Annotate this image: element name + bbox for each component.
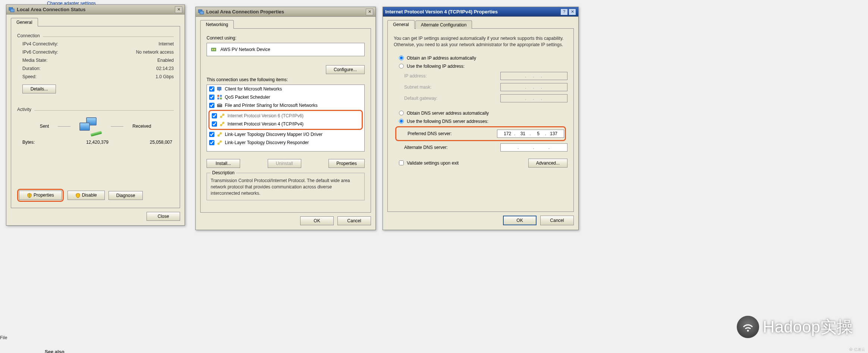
radio-use-dns[interactable]: Use the following DNS server addresses: bbox=[394, 117, 567, 125]
svg-rect-12 bbox=[220, 98, 222, 99]
tab-general[interactable]: General bbox=[387, 20, 415, 29]
protocol-icon bbox=[219, 121, 225, 127]
status-title: Local Area Connection Status bbox=[17, 7, 175, 12]
radio-use-ip[interactable]: Use the following IP address: bbox=[394, 62, 567, 70]
svg-rect-14 bbox=[218, 103, 221, 105]
svg-point-27 bbox=[747, 330, 749, 332]
radio-label: Obtain an IP address automatically bbox=[407, 55, 476, 61]
svg-line-20 bbox=[221, 123, 223, 125]
item-checkbox[interactable] bbox=[212, 113, 217, 118]
ip-seg[interactable] bbox=[501, 131, 514, 136]
install-button[interactable]: Install... bbox=[207, 159, 240, 168]
list-item[interactable]: Client for Microsoft Networks bbox=[207, 85, 364, 93]
subnet-mask-input: . . . bbox=[500, 83, 567, 91]
diagnose-button[interactable]: Diagnose bbox=[108, 191, 143, 200]
see-also-label: See also bbox=[45, 349, 65, 353]
list-item[interactable]: Link-Layer Topology Discovery Responder bbox=[207, 139, 364, 147]
ip-seg[interactable] bbox=[550, 145, 564, 150]
media-state-value: Enabled bbox=[157, 58, 174, 63]
media-state-label: Media State: bbox=[22, 58, 157, 63]
tab-networking[interactable]: Networking bbox=[200, 20, 234, 29]
list-item[interactable]: Link-Layer Topology Discovery Mapper I/O… bbox=[207, 130, 364, 139]
properties-button[interactable]: Properties bbox=[19, 191, 62, 200]
sep-line-icon bbox=[58, 126, 70, 127]
radio-label: Use the following IP address: bbox=[407, 64, 465, 69]
item-properties-button[interactable]: Properties bbox=[328, 159, 365, 168]
duration-label: Duration: bbox=[22, 66, 156, 71]
connect-using-label: Connect using: bbox=[207, 35, 365, 41]
tab-general[interactable]: General bbox=[11, 18, 38, 26]
ip-seg[interactable] bbox=[516, 131, 529, 136]
radio-input[interactable] bbox=[399, 55, 404, 60]
ipv6-conn-value: No network access bbox=[136, 50, 174, 55]
ipv4-titlebar[interactable]: Internet Protocol Version 4 (TCP/IPv4) P… bbox=[383, 7, 578, 17]
list-item[interactable]: Internet Protocol Version 6 (TCP/IPv6) bbox=[210, 112, 362, 120]
ip-seg[interactable] bbox=[535, 145, 548, 150]
radio-obtain-ip-auto[interactable]: Obtain an IP address automatically bbox=[394, 54, 567, 62]
item-checkbox[interactable] bbox=[209, 132, 214, 137]
shield-icon bbox=[27, 193, 32, 198]
advanced-button[interactable]: Advanced... bbox=[528, 159, 567, 168]
close-icon[interactable]: ✕ bbox=[569, 9, 576, 15]
item-label: Link-Layer Topology Discovery Responder bbox=[225, 140, 309, 145]
radio-input[interactable] bbox=[399, 119, 404, 124]
cancel-button[interactable]: Cancel bbox=[540, 216, 574, 225]
activity-group-label: Activity bbox=[17, 107, 31, 112]
radio-input[interactable] bbox=[399, 111, 404, 115]
radio-input[interactable] bbox=[399, 64, 404, 69]
radio-obtain-dns-auto[interactable]: Obtain DNS server address automatically bbox=[394, 109, 567, 117]
svg-rect-5 bbox=[212, 49, 213, 50]
tab-alternate-config[interactable]: Alternate Configuration bbox=[415, 20, 472, 29]
ok-button[interactable]: OK bbox=[300, 216, 334, 225]
properties-titlebar[interactable]: Local Area Connection Properties ✕ bbox=[196, 7, 375, 17]
adapter-icon bbox=[211, 46, 217, 53]
checkbox-input[interactable] bbox=[399, 160, 404, 165]
details-button[interactable]: Details... bbox=[22, 85, 56, 93]
ok-button[interactable]: OK bbox=[503, 216, 537, 225]
watermark-text: Hadoop实操 bbox=[763, 316, 853, 338]
list-item[interactable]: QoS Packet Scheduler bbox=[207, 93, 364, 101]
speed-value: 1.0 Gbps bbox=[155, 74, 174, 79]
ipv4-conn-label: IPv4 Connectivity: bbox=[22, 41, 158, 47]
corner-logo: ⦿ 亿速云 bbox=[849, 347, 865, 352]
alternate-dns-input[interactable]: . . . bbox=[500, 143, 567, 152]
radio-label: Use the following DNS server addresses: bbox=[407, 119, 488, 124]
disable-button[interactable]: Disable bbox=[67, 191, 105, 200]
close-icon[interactable]: ✕ bbox=[175, 6, 182, 13]
close-button[interactable]: Close bbox=[147, 212, 180, 221]
item-checkbox[interactable] bbox=[212, 121, 217, 127]
svg-rect-1 bbox=[10, 9, 14, 12]
ipv4-dialog: Internet Protocol Version 4 (TCP/IPv4) P… bbox=[383, 7, 579, 230]
cancel-button[interactable]: Cancel bbox=[337, 216, 371, 225]
preferred-dns-input[interactable]: . . . bbox=[497, 130, 564, 138]
list-item[interactable]: File and Printer Sharing for Microsoft N… bbox=[207, 101, 364, 109]
connection-items-list[interactable]: Client for Microsoft Networks QoS Packet… bbox=[207, 85, 365, 152]
uninstall-button: Uninstall bbox=[268, 159, 301, 168]
item-checkbox[interactable] bbox=[209, 95, 214, 100]
highlight-properties: Properties bbox=[17, 189, 64, 202]
ip-seg[interactable] bbox=[519, 145, 533, 150]
svg-line-17 bbox=[221, 115, 223, 117]
status-titlebar[interactable]: Local Area Connection Status ✕ bbox=[6, 5, 185, 15]
svg-rect-6 bbox=[214, 49, 215, 50]
network-properties-icon bbox=[198, 9, 204, 15]
highlight-ipv4-group: Internet Protocol Version 6 (TCP/IPv6) I… bbox=[208, 110, 363, 130]
ip-seg[interactable] bbox=[547, 131, 560, 136]
svg-rect-7 bbox=[217, 87, 221, 90]
item-checkbox[interactable] bbox=[209, 140, 214, 145]
ip-seg[interactable] bbox=[504, 145, 518, 150]
ip-seg[interactable] bbox=[532, 131, 545, 136]
protocol-icon bbox=[219, 113, 225, 119]
preferred-dns-label: Preferred DNS server: bbox=[408, 131, 493, 136]
description-legend: Description bbox=[211, 170, 236, 175]
wifi-icon bbox=[737, 316, 759, 338]
validate-settings-checkbox[interactable]: Validate settings upon exit bbox=[394, 158, 459, 168]
item-checkbox[interactable] bbox=[209, 103, 214, 108]
file-label: File bbox=[0, 335, 7, 340]
computers-icon bbox=[79, 117, 102, 135]
help-icon[interactable]: ? bbox=[560, 9, 568, 15]
list-item-ipv4[interactable]: Internet Protocol Version 4 (TCP/IPv4) bbox=[210, 120, 362, 128]
item-checkbox[interactable] bbox=[209, 86, 214, 92]
close-icon[interactable]: ✕ bbox=[366, 9, 373, 15]
configure-button[interactable]: Configure... bbox=[326, 65, 365, 74]
